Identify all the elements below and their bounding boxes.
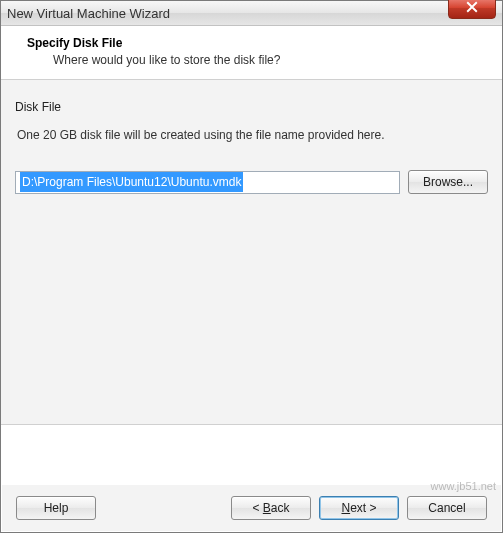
disk-path-value: D:\Program Files\Ubuntu12\Ubuntu.vmdk: [20, 172, 243, 192]
header-panel: Specify Disk File Where would you like t…: [1, 26, 502, 80]
close-button[interactable]: [448, 0, 496, 19]
body-panel: Disk File One 20 GB disk file will be cr…: [1, 80, 502, 425]
browse-button[interactable]: Browse...: [408, 170, 488, 194]
group-label-disk-file: Disk File: [15, 100, 488, 114]
page-title: Specify Disk File: [13, 36, 490, 50]
back-button[interactable]: < Back: [231, 496, 311, 520]
next-button-label: Next >: [341, 501, 376, 515]
wizard-window: New Virtual Machine Wizard Specify Disk …: [0, 0, 503, 533]
window-title: New Virtual Machine Wizard: [7, 6, 170, 21]
disk-path-input[interactable]: D:\Program Files\Ubuntu12\Ubuntu.vmdk: [15, 171, 400, 194]
back-button-label: < Back: [252, 501, 289, 515]
title-bar[interactable]: New Virtual Machine Wizard: [1, 1, 502, 26]
next-button[interactable]: Next >: [319, 496, 399, 520]
path-row: D:\Program Files\Ubuntu12\Ubuntu.vmdk Br…: [15, 170, 488, 194]
help-button-label: Help: [44, 501, 69, 515]
cancel-button[interactable]: Cancel: [407, 496, 487, 520]
cancel-button-label: Cancel: [428, 501, 465, 515]
page-subtitle: Where would you like to store the disk f…: [53, 53, 490, 67]
footer-panel: Help < Back Next > Cancel: [2, 485, 501, 531]
browse-button-label: Browse...: [423, 175, 473, 189]
help-button[interactable]: Help: [16, 496, 96, 520]
close-icon: [466, 1, 478, 16]
disk-file-description: One 20 GB disk file will be created usin…: [15, 128, 488, 142]
